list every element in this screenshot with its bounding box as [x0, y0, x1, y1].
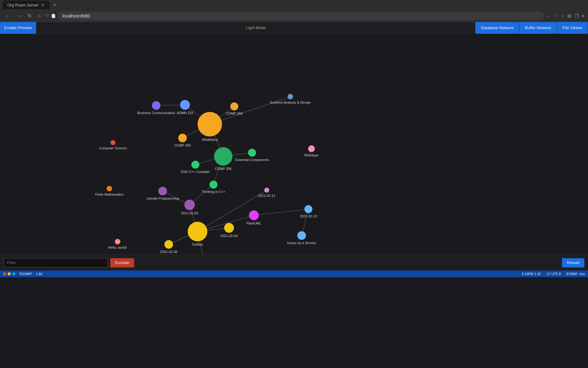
- bottom-bar: Exclude Reload: [0, 255, 588, 270]
- new-tab-button[interactable]: +: [53, 2, 57, 8]
- menu-dots-icon[interactable]: ···: [547, 13, 551, 18]
- window-icon[interactable]: ❐: [575, 13, 579, 19]
- page-icon: 📄: [51, 14, 56, 18]
- node-label-2021-02-03: 2021-02-03: [181, 211, 198, 215]
- node-label-thinking-cpp: Thinking in C++: [202, 190, 225, 194]
- browser-toolbar-icons: ··· ♡ ☆ ⊞ ❐ ≡: [547, 13, 584, 19]
- status-bar: *EXWM* 1 All 8:18PM 1.42 LF UTF-8 EXWM :…: [0, 270, 588, 277]
- reload-browser-button[interactable]: ↻: [26, 12, 33, 20]
- edges-layer: [0, 34, 588, 255]
- node-2021-02-03[interactable]: [184, 200, 195, 210]
- node-plantUML[interactable]: [249, 210, 259, 220]
- node-comp268[interactable]: [230, 102, 238, 110]
- status-dots: [3, 272, 15, 275]
- dot-yellow: [8, 272, 11, 275]
- dot-red: [3, 272, 6, 275]
- node-label-comp206: COMP 206: [215, 167, 232, 171]
- node-comp206[interactable]: [214, 147, 232, 166]
- node-essential-components[interactable]: [248, 149, 256, 157]
- node-label-2021-02-13: 2021-02-13: [300, 214, 317, 218]
- hamburger-icon[interactable]: ≡: [582, 13, 584, 18]
- node-2021-02-08[interactable]: [164, 240, 173, 249]
- node-label-birthdays: Birthdays: [304, 153, 318, 157]
- node-computer-science[interactable]: [111, 140, 115, 145]
- node-label-hello-world: Hello, world!: [108, 246, 127, 249]
- home-button[interactable]: ⌂: [36, 12, 43, 20]
- reload-button[interactable]: Reload: [562, 258, 584, 267]
- exclude-button[interactable]: Exclude: [110, 258, 134, 267]
- back-button[interactable]: ←: [4, 12, 12, 20]
- node-dotfiles[interactable]: [188, 222, 207, 241]
- node-label-finite-math: Finite Mathematics: [95, 193, 123, 196]
- node-2021-02-04[interactable]: [224, 223, 234, 233]
- node-label-2021-02-11: 2021-02-11: [258, 194, 275, 197]
- tab-title: Org Roam Server: [7, 3, 39, 7]
- enable-preview-button[interactable]: Enable Preview: [0, 22, 36, 34]
- mode-label: EXWM : line: [566, 272, 585, 276]
- node-gnu-cpp[interactable]: [191, 161, 199, 169]
- node-birthdays[interactable]: [308, 145, 315, 152]
- node-label-essential-components: Essential Components: [235, 158, 269, 162]
- file-viewer-tab[interactable]: File Viewer: [557, 22, 588, 34]
- node-kanye[interactable]: [297, 231, 306, 240]
- node-label-literate-prog: Literate Programming: [146, 197, 179, 200]
- grid-icon[interactable]: ⊞: [567, 13, 571, 19]
- node-comp200[interactable]: [178, 134, 187, 142]
- node-business-comm[interactable]: [152, 101, 160, 110]
- filter-input[interactable]: [4, 258, 108, 267]
- node-2021-02-13[interactable]: [304, 205, 312, 213]
- node-label-comp268: COMP 268: [226, 112, 243, 115]
- app-bar: Enable Preview Light Mode Database Netwo…: [0, 22, 588, 34]
- node-label-kanye: Kanye as a Service: [287, 241, 316, 245]
- encoding-label: LF UTF-8: [546, 272, 561, 276]
- node-systems-analysis[interactable]: [288, 94, 293, 99]
- node-label-computer-science: Computer Science: [99, 146, 127, 150]
- node-label-2021-02-08: 2021-02-08: [160, 250, 177, 254]
- browser-tab[interactable]: Org Roam Server ✕: [2, 1, 50, 9]
- app-bar-right: Database Network Buffer Network File Vie…: [475, 22, 588, 34]
- star-icon[interactable]: ☆: [560, 13, 564, 19]
- tab-close-icon[interactable]: ✕: [41, 2, 45, 7]
- node-label-comp200: COMP 200: [174, 144, 191, 147]
- node-label-business-comm: Business Communication: [137, 111, 175, 115]
- desktop-label: 1 All: [36, 272, 42, 276]
- node-literate-prog[interactable]: [158, 187, 167, 195]
- node-athabasca[interactable]: [198, 112, 222, 136]
- node-label-admn233: ADMN 233: [177, 111, 193, 115]
- browser-titlebar: Org Roam Server ✕ +: [0, 0, 588, 10]
- node-label-plantUML: PlantUML: [247, 221, 261, 225]
- browser-toolbar: ← → ↻ ⌂ 🛡 📄 ··· ♡ ☆ ⊞ ❐ ≡: [0, 10, 588, 22]
- light-mode-label: Light Mode: [246, 25, 266, 30]
- node-finite-math[interactable]: [107, 186, 112, 191]
- node-label-2021-02-04: 2021-02-04: [221, 234, 238, 238]
- node-label-dotfiles: Dotfiles: [192, 243, 203, 246]
- database-network-tab[interactable]: Database Network: [475, 22, 519, 34]
- buffer-network-tab[interactable]: Buffer Network: [519, 22, 557, 34]
- workspace-label: *EXWM*: [19, 272, 32, 276]
- dot-blue: [12, 272, 15, 275]
- node-thinking-cpp[interactable]: [209, 181, 217, 189]
- graph-area: Business CommunicationADMN 233COMP 268Sy…: [0, 34, 588, 255]
- node-label-gnu-cpp: GNU C++ Compiler: [181, 170, 210, 174]
- node-hello-world[interactable]: [115, 239, 120, 244]
- forward-button[interactable]: →: [15, 12, 23, 20]
- security-icon: 🛡: [45, 14, 49, 18]
- node-2021-02-11[interactable]: [264, 188, 269, 193]
- address-bar[interactable]: [58, 12, 544, 20]
- app-bar-left: Enable Preview: [0, 22, 36, 34]
- bookmark-icon[interactable]: ♡: [553, 13, 557, 19]
- node-label-athabasca: Athabasca: [202, 138, 218, 141]
- node-admn233[interactable]: [180, 100, 190, 110]
- node-label-systems-analysis: Systems Analysis & Design: [270, 101, 311, 104]
- time-label: 8:18PM 1.42: [522, 272, 541, 276]
- status-right: 8:18PM 1.42 LF UTF-8 EXWM : line: [522, 272, 585, 276]
